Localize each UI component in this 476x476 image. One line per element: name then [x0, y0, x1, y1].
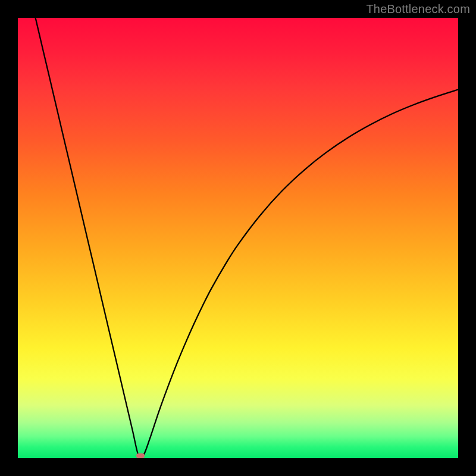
curve-svg [18, 18, 458, 458]
optimum-marker [136, 453, 145, 458]
plot-area [18, 18, 458, 458]
watermark-text: TheBottleneck.com [366, 2, 470, 16]
chart-frame: TheBottleneck.com [0, 0, 476, 476]
bottleneck-curve [36, 18, 458, 458]
